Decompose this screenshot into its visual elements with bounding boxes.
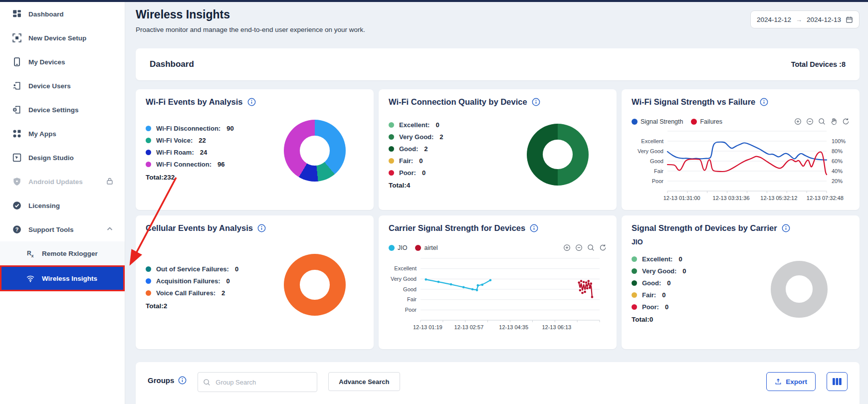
zoom-in-icon[interactable]	[563, 244, 571, 251]
svg-text:60%: 60%	[832, 158, 843, 164]
sidebar-item-my-devices[interactable]: My Devices	[0, 50, 125, 74]
sidebar-item-my-apps[interactable]: My Apps	[0, 122, 125, 146]
calendar-icon	[846, 16, 853, 23]
legend-item-fair[interactable]: Fair:0	[389, 155, 527, 167]
legend-item-very-good[interactable]: Very Good:2	[389, 131, 527, 143]
legend-item-signal-strength[interactable]: Signal Strength	[632, 118, 683, 125]
svg-text:Very Good: Very Good	[391, 276, 417, 282]
sidebar-item-device-users[interactable]: Device Users	[0, 74, 125, 98]
carrier-strength-donut[interactable]	[771, 261, 828, 318]
signal-vs-failure-chart[interactable]: ExcellentVery GoodGoodFairPoor100%80%60%…	[632, 127, 850, 208]
chart-toolbar	[794, 118, 850, 125]
wifi-events-donut[interactable]	[284, 120, 346, 182]
legend-dot	[632, 292, 637, 298]
legend-item-excellent[interactable]: Excellent:0	[632, 253, 771, 265]
legend-item-wi-fi-connection[interactable]: Wi-Fi Connection:96	[146, 159, 284, 171]
legend-item-excellent[interactable]: Excellent:0	[389, 119, 527, 131]
columns-icon	[833, 378, 842, 385]
svg-text:12-13 02:57: 12-13 02:57	[454, 324, 484, 330]
legend-item-voice-call-failures[interactable]: Voice Call Failures:2	[146, 287, 284, 299]
legend-dot	[146, 266, 151, 272]
card-title: Carrier Signal Strength for Devices	[389, 223, 525, 233]
sidebar-item-device-settings[interactable]: Device Settings	[0, 98, 125, 122]
legend-item-good[interactable]: Good:2	[389, 143, 527, 155]
zoom-out-icon[interactable]	[806, 118, 814, 125]
card-title: Signal Strength of Devices by Carrier	[632, 223, 777, 233]
legend-dot	[389, 245, 395, 251]
info-icon[interactable]	[247, 98, 256, 106]
sidebar-item-label: Device Settings	[28, 106, 120, 114]
legend-item-jio[interactable]: JIO	[389, 244, 407, 251]
legend-item-failures[interactable]: Failures	[691, 118, 722, 125]
legend-item-very-good[interactable]: Very Good:0	[632, 265, 771, 277]
info-icon[interactable]	[257, 224, 266, 232]
pan-icon[interactable]	[830, 118, 838, 125]
legend-item-fair[interactable]: Fair:0	[632, 289, 771, 301]
date-range-picker[interactable]: 2024-12-12 → 2024-12-13	[750, 10, 860, 28]
advance-search-button[interactable]: Advance Search	[328, 372, 400, 391]
svg-text:x: x	[31, 253, 34, 258]
legend-item-wi-fi-voice[interactable]: Wi-Fi Voice:22	[146, 135, 284, 147]
info-icon[interactable]	[760, 98, 768, 106]
export-icon	[775, 378, 782, 385]
svg-text:Fair: Fair	[407, 296, 417, 302]
chevron-up-icon	[106, 225, 115, 234]
svg-text:Very Good: Very Good	[638, 148, 663, 154]
device-user-icon	[12, 81, 21, 90]
wifi-quality-donut[interactable]	[527, 124, 589, 186]
sidebar-item-label: Support Tools	[28, 226, 99, 233]
sidebar-item-label: Remote Rxlogger	[42, 250, 120, 257]
columns-toggle-button[interactable]	[827, 372, 848, 391]
selection-zoom-icon[interactable]	[587, 244, 595, 251]
carrier-name: JIO	[632, 238, 850, 246]
group-search-input[interactable]	[215, 378, 312, 387]
info-icon[interactable]	[782, 224, 790, 232]
sidebar-item-label: Design Studio	[28, 154, 120, 162]
groups-bar: Groups Advance Search Export	[136, 362, 860, 404]
legend-item-poor[interactable]: Poor:0	[389, 167, 527, 179]
legend-item-good[interactable]: Good:0	[632, 277, 771, 289]
svg-text:Poor: Poor	[652, 178, 664, 184]
carrier-signal-chart[interactable]: ExcellentVery GoodGoodFairPoor12-13 01:1…	[389, 253, 607, 339]
svg-text:80%: 80%	[832, 148, 843, 154]
total-label: Total:232	[146, 174, 284, 181]
legend-item-acquisition-failures[interactable]: Acquisition Failures:0	[146, 275, 284, 287]
wifi-icon	[26, 274, 35, 283]
card-signal-vs-failure: Wi-Fi Signal Strength vs Failure Signal …	[622, 89, 860, 210]
sidebar-item-design-studio[interactable]: Design Studio	[0, 146, 125, 170]
svg-text:Good: Good	[650, 158, 663, 164]
page-subtitle: Proactive monitor and manage the end-to-…	[136, 26, 365, 33]
groups-title: Groups	[148, 376, 174, 385]
legend-dot	[146, 150, 151, 155]
zoom-in-icon[interactable]	[794, 118, 802, 125]
info-icon[interactable]	[532, 98, 540, 106]
legend-item-out-of-service-failures[interactable]: Out of Service Failures:0	[146, 263, 284, 275]
sidebar-item-dashboard[interactable]: Dashboard	[0, 2, 125, 26]
legend-item-wi-fi-roam[interactable]: Wi-Fi Roam:24	[146, 147, 284, 159]
sidebar-item-support-tools[interactable]: ?Support Tools	[0, 217, 125, 241]
info-icon[interactable]	[178, 376, 187, 385]
sidebar-item-remote-rxlogger[interactable]: RxRemote Rxlogger	[0, 241, 125, 265]
chart-toolbar	[563, 244, 607, 251]
chart-legend: Signal StrengthFailures	[632, 118, 722, 125]
info-icon[interactable]	[530, 224, 538, 232]
sidebar-item-licensing[interactable]: Licensing	[0, 194, 125, 217]
sidebar-item-new-device-setup[interactable]: New Device Setup	[0, 26, 125, 50]
export-button[interactable]: Export	[766, 372, 816, 391]
total-label: Total:0	[632, 316, 771, 323]
reset-zoom-icon[interactable]	[599, 244, 607, 251]
svg-text:12-13 05:32:12: 12-13 05:32:12	[760, 195, 797, 201]
total-devices: Total Devices :8	[791, 60, 846, 68]
main-content: Wireless Insights Proactive monitor and …	[125, 2, 868, 404]
sidebar-item-wireless-insights[interactable]: Wireless Insights	[0, 265, 125, 291]
legend-item-wi-fi-disconnection[interactable]: Wi-Fi Disconnection:90	[146, 123, 284, 135]
svg-text:12-13 03:31:36: 12-13 03:31:36	[713, 195, 750, 201]
legend-item-airtel[interactable]: airtel	[415, 244, 437, 251]
legend-item-poor[interactable]: Poor:0	[632, 301, 771, 313]
lock-icon	[106, 177, 115, 186]
help-icon: ?	[12, 225, 21, 234]
zoom-out-icon[interactable]	[575, 244, 583, 251]
reset-zoom-icon[interactable]	[842, 118, 850, 125]
cellular-events-donut[interactable]	[284, 254, 346, 316]
selection-zoom-icon[interactable]	[818, 118, 826, 125]
